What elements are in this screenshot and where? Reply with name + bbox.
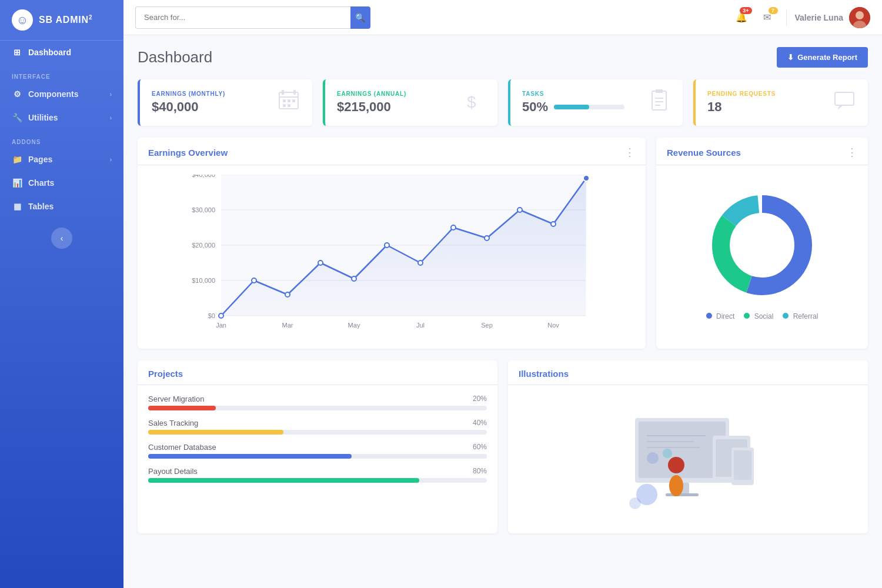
svg-rect-10: [283, 104, 286, 107]
dollar-icon: $: [462, 89, 486, 116]
wrench-icon: 🔧: [12, 113, 22, 122]
legend-dot-direct: [706, 313, 712, 319]
svg-rect-7: [283, 99, 286, 102]
progress-bg: [148, 478, 487, 483]
illustration-svg: [600, 395, 776, 524]
topbar-divider: [786, 9, 787, 26]
svg-point-41: [318, 260, 323, 265]
stat-value-tasks: 50%: [522, 99, 548, 115]
svg-point-46: [485, 236, 489, 240]
donut-chart-svg: [703, 186, 821, 304]
page-content: Dashboard ⬇ Generate Report EARNINGS (MO…: [123, 35, 882, 588]
generate-report-button[interactable]: ⬇ Generate Report: [777, 47, 868, 68]
line-chart-svg: $0 $10,000 $20,000 $30,000 $40,000 Jan M…: [148, 175, 635, 339]
sidebar-collapse-button[interactable]: ‹: [51, 228, 72, 249]
tasks-progress-fill: [554, 105, 589, 109]
donut-legend: Direct Social Referral: [706, 312, 818, 320]
progress-bg: [148, 430, 487, 435]
line-chart-area: $0 $10,000 $20,000 $30,000 $40,000 Jan M…: [148, 175, 635, 339]
messages-badge: 7: [769, 7, 778, 14]
svg-rect-60: [734, 450, 751, 480]
svg-text:Sep: Sep: [481, 322, 493, 329]
sidebar-item-utilities[interactable]: 🔧 Utilities ›: [0, 106, 123, 129]
cog-icon: ⚙: [12, 89, 22, 99]
legend-dot-referral: [783, 313, 789, 319]
legend-dot-social: [744, 313, 750, 319]
illustrations-body: [508, 385, 868, 533]
progress-fill: [148, 454, 352, 459]
svg-text:$20,000: $20,000: [192, 242, 215, 249]
main-content: 🔍 🔔 3+ ✉ 7 Valerie Luna: [123, 0, 882, 588]
sidebar-item-dashboard[interactable]: ⊞ Dashboard: [0, 41, 123, 64]
stat-cards: EARNINGS (MONTHLY) $40,000: [138, 79, 868, 126]
svg-marker-19: [837, 105, 843, 110]
progress-bg: [148, 406, 487, 410]
revenue-sources-menu[interactable]: ⋮: [847, 146, 857, 159]
revenue-sources-card: Revenue Sources ⋮: [656, 138, 868, 349]
earnings-overview-card: Earnings Overview ⋮: [138, 138, 646, 349]
user-menu[interactable]: Valerie Luna: [795, 7, 870, 28]
sidebar-section-addons: ADDONS: [0, 129, 123, 148]
bottom-row: Projects Server Migration 20%: [138, 360, 868, 533]
svg-rect-4: [282, 90, 284, 95]
stat-card-pending-requests: PENDING REQUESTS 18: [693, 79, 868, 126]
sidebar: ☺ SB ADMIN2 ⊞ Dashboard INTERFACE ⚙ Comp…: [0, 0, 123, 588]
project-row-sales-tracking: Sales Tracking 40%: [148, 419, 487, 435]
messages-button[interactable]: ✉ 7: [757, 7, 778, 28]
earnings-overview-menu[interactable]: ⋮: [624, 146, 635, 159]
search-button[interactable]: 🔍: [350, 6, 370, 29]
svg-point-68: [647, 452, 659, 464]
svg-point-48: [551, 222, 556, 226]
svg-point-47: [517, 208, 522, 212]
chevron-right-icon-3: ›: [110, 156, 112, 163]
table-icon: ▦: [12, 202, 22, 211]
search-input[interactable]: [135, 6, 350, 29]
project-name: Customer Database: [148, 443, 216, 452]
progress-fill: [148, 430, 283, 435]
svg-rect-11: [288, 104, 290, 107]
svg-point-45: [451, 225, 456, 230]
sidebar-item-tables[interactable]: ▦ Tables: [0, 195, 123, 218]
calendar-icon: [277, 89, 300, 116]
svg-rect-13: [652, 91, 666, 110]
svg-point-44: [418, 260, 423, 265]
brand-name: SB ADMIN2: [39, 14, 92, 25]
page-header: Dashboard ⬇ Generate Report: [138, 47, 868, 68]
download-icon: ⬇: [787, 53, 794, 62]
stat-card-tasks: TASKS 50%: [508, 79, 683, 126]
svg-rect-18: [835, 92, 854, 105]
stat-label-earnings-monthly: EARNINGS (MONTHLY): [152, 91, 225, 97]
illustrations-title: Illustrations: [519, 369, 569, 379]
search-icon: 🔍: [355, 13, 365, 22]
stat-value-earnings-monthly: $40,000: [152, 99, 225, 115]
topbar-right: 🔔 3+ ✉ 7 Valerie Luna: [731, 7, 870, 28]
sidebar-item-charts[interactable]: 📊 Charts: [0, 171, 123, 195]
svg-point-62: [669, 475, 683, 496]
illustrations-header: Illustrations: [508, 360, 868, 385]
svg-point-64: [629, 497, 641, 509]
svg-rect-14: [656, 89, 663, 93]
stat-card-earnings-annual: EARNINGS (ANNUAL) $215,000 $: [323, 79, 497, 126]
stat-value-pending-requests: 18: [707, 99, 776, 115]
sidebar-brand[interactable]: ☺ SB ADMIN2: [0, 0, 123, 41]
project-name: Payout Details: [148, 467, 198, 476]
svg-text:$0: $0: [208, 312, 215, 319]
progress-fill: [148, 406, 216, 410]
legend-referral: Referral: [783, 312, 818, 320]
progress-fill: [148, 478, 419, 483]
svg-text:$40,000: $40,000: [192, 175, 215, 178]
comment-icon: [833, 89, 856, 116]
alerts-button[interactable]: 🔔 3+: [731, 7, 752, 28]
svg-rect-5: [293, 90, 296, 95]
svg-text:May: May: [348, 322, 360, 329]
sidebar-item-components[interactable]: ⚙ Components ›: [0, 82, 123, 106]
svg-point-39: [252, 278, 256, 283]
chevron-right-icon: ›: [110, 91, 112, 98]
sidebar-item-pages[interactable]: 📁 Pages ›: [0, 148, 123, 171]
legend-social: Social: [744, 312, 773, 320]
stat-label-earnings-annual: EARNINGS (ANNUAL): [337, 91, 406, 97]
page-title: Dashboard: [138, 48, 212, 66]
alerts-badge: 3+: [740, 7, 751, 14]
projects-table: Server Migration 20% Sales Tracking 40%: [148, 395, 487, 483]
topbar: 🔍 🔔 3+ ✉ 7 Valerie Luna: [123, 0, 882, 35]
